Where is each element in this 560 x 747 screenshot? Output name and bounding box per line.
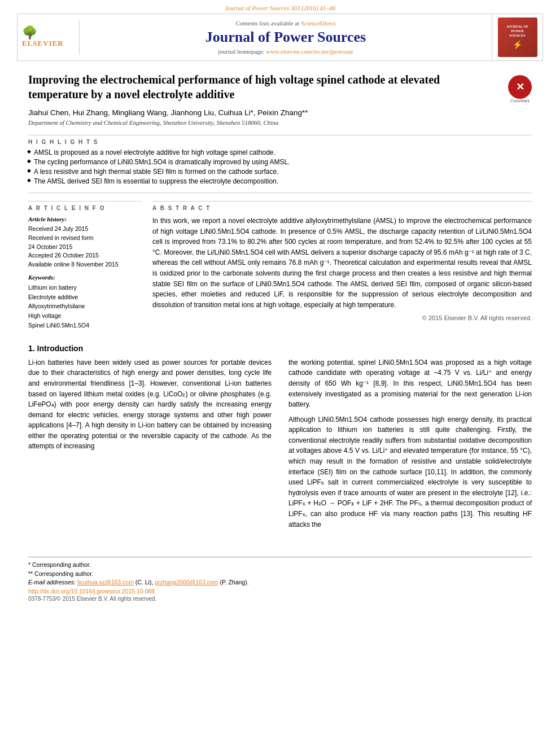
article-info-section: A R T I C L E I N F O Article history: R… <box>28 201 141 330</box>
keyword-4: High voltage <box>28 311 141 321</box>
elsevier-logo: 🌳 ELSEVIER <box>22 25 73 50</box>
sciencedirect-link[interactable]: ScienceDirect <box>301 20 336 27</box>
keyword-2: Electrolyte additive <box>28 292 141 302</box>
email-line: E-mail addresses: licuihua.sz@163.com (C… <box>28 579 532 586</box>
journal-header: 🌳 ELSEVIER Contents lists available at S… <box>17 14 543 61</box>
issn-line: 0378-7753/© 2015 Elsevier B.V. All right… <box>28 596 532 602</box>
highlight-item-3: A less resistive and high thermal stable… <box>28 168 532 176</box>
received-revised-date: 24 October 2015 <box>28 243 141 252</box>
keyword-3: Allyoxytrimethylsilane <box>28 302 141 311</box>
journal-icon-area: JOURNAL OFPOWERSOURCES ⚡ <box>492 15 542 60</box>
introduction-section: 1. Introduction Li-ion batteries have be… <box>28 344 532 535</box>
elsevier-name: ELSEVIER <box>22 39 64 48</box>
page: Journal of Power Sources 303 (2016) 41–4… <box>0 0 560 602</box>
email-1-name: (C. Li), <box>135 579 154 586</box>
article-info-label: A R T I C L E I N F O <box>28 205 141 211</box>
abstract-text: In this work, we report a novel electrol… <box>152 216 532 310</box>
sciencedirect-line: Contents lists available at ScienceDirec… <box>80 20 492 27</box>
journal-citation: Journal of Power Sources 303 (2016) 41–4… <box>225 5 335 11</box>
abstract-label: A B S T R A C T <box>152 201 532 211</box>
journal-homepage-link[interactable]: www.elsevier.com/locate/jpowsour <box>266 48 353 55</box>
doi-link[interactable]: http://dx.doi.org/10.1016/j.jpowsour.201… <box>28 588 155 595</box>
received-date: Received 24 July 2015 <box>28 225 141 234</box>
available-date: Available online 8 November 2015 <box>28 260 141 269</box>
corresponding-author-1: * Corresponding author. <box>28 561 532 570</box>
intro-right-para-1: the working potential, spinel LiNi0.5Mn1… <box>288 357 532 410</box>
journal-icon-text: JOURNAL OFPOWERSOURCES <box>506 25 528 38</box>
highlight-item-2: The cycling performance of LiNi0.5Mn1.5O… <box>28 158 532 166</box>
footnotes-area: * Corresponding author. ** Corresponding… <box>28 557 532 602</box>
corresponding-author-2: ** Corresponding author. <box>28 570 532 579</box>
article-title: Improving the electrochemical performanc… <box>28 72 532 102</box>
elsevier-tree-icon: 🌳 <box>22 27 37 39</box>
intro-right-col: the working potential, spinel LiNi0.5Mn1… <box>288 357 532 535</box>
journal-icon-symbol: ⚡ <box>513 40 522 50</box>
doi-line: http://dx.doi.org/10.1016/j.jpowsour.201… <box>28 588 532 595</box>
intro-left-col: Li-ion batteries have been widely used a… <box>28 357 272 535</box>
journal-icon-box: JOURNAL OFPOWERSOURCES ⚡ <box>498 18 537 57</box>
highlight-item-4: The AMSL derived SEI film is essential t… <box>28 177 532 185</box>
accepted-date: Accepted 26 October 2015 <box>28 251 141 260</box>
article-content: ✕ CrossMark Improving the electrochemica… <box>0 61 560 545</box>
highlight-item-1: AMSL is proposed as a novel electrolyte … <box>28 148 532 156</box>
keyword-1: Lithium ion battery <box>28 283 141 292</box>
history-label: Article history: <box>28 216 141 222</box>
copyright-line: © 2015 Elsevier B.V. All rights reserved… <box>152 314 532 321</box>
crossmark-icon: ✕ <box>508 75 532 99</box>
journal-name-center: Contents lists available at ScienceDirec… <box>80 14 492 60</box>
elsevier-logo-area: 🌳 ELSEVIER <box>18 20 80 55</box>
highlights-label: H I G H L I G H T S <box>28 135 532 145</box>
title-area: ✕ CrossMark Improving the electrochemica… <box>28 72 532 102</box>
intro-two-col: Li-ion batteries have been widely used a… <box>28 357 532 535</box>
article-info-abstract-row: A R T I C L E I N F O Article history: R… <box>28 201 532 330</box>
highlights-list: AMSL is proposed as a novel electrolyte … <box>28 148 532 185</box>
received-revised-label: Received in revised form <box>28 234 141 243</box>
journal-name-main: Journal of Power Sources <box>80 29 492 46</box>
journal-homepage-line: journal homepage: www.elsevier.com/locat… <box>80 48 492 55</box>
email-label-text: E-mail addresses: <box>28 579 76 586</box>
intro-section-title: 1. Introduction <box>28 344 532 353</box>
crossmark-area: ✕ CrossMark <box>508 75 532 103</box>
keywords-label: Keywords: <box>28 274 141 281</box>
email-1-link[interactable]: licuihua.sz@163.com <box>77 579 134 586</box>
email-2-link[interactable]: przhang2000@163.com <box>155 579 218 586</box>
affiliation: Department of Chemistry and Chemical Eng… <box>28 119 532 126</box>
email-2-name: (P. Zhang). <box>220 579 248 586</box>
intro-left-para-1: Li-ion batteries have been widely used a… <box>28 357 272 452</box>
authors-line: Jiahui Chen, Hui Zhang, Mingliang Wang, … <box>28 108 532 117</box>
article-info-col: A R T I C L E I N F O Article history: R… <box>28 201 141 330</box>
top-citation-bar: Journal of Power Sources 303 (2016) 41–4… <box>0 0 560 14</box>
highlights-section: H I G H L I G H T S AMSL is proposed as … <box>28 135 532 193</box>
intro-right-para-2: Although LiNi0.5Mn1.5O4 cathode possesse… <box>288 414 532 530</box>
abstract-col: A B S T R A C T In this work, we report … <box>152 201 532 330</box>
keyword-5: Spinel LiNi0.5Mn1.5O4 <box>28 321 141 330</box>
